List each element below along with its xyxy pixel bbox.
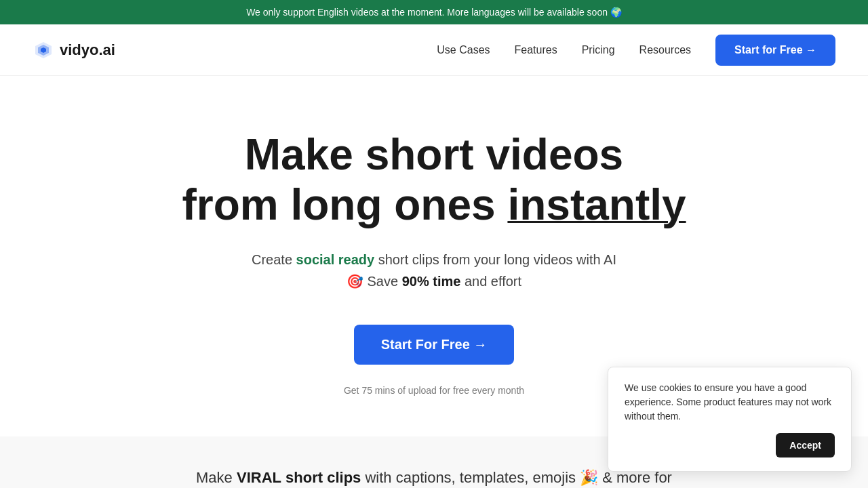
nav-links: Use Cases Features Pricing Resources Sta… [437,35,835,66]
hero-highlight-social: social ready [296,252,375,267]
hero-headline: Make short videos from long ones instant… [33,130,835,230]
hero-headline-line1: Make short videos [245,130,623,179]
nav-features[interactable]: Features [515,44,557,56]
hero-highlight-time: 90% time [402,274,461,289]
nav-use-cases[interactable]: Use Cases [437,44,490,56]
platforms-headline: Make VIRAL short clips with captions, te… [33,469,835,487]
cookie-banner: We use cookies to ensure you have a good… [608,367,852,472]
logo-text: vidyo.ai [60,41,115,59]
hero-start-free-button[interactable]: Start For Free → [354,325,515,365]
hero-headline-line2-pre: from long ones [182,180,507,229]
hero-subtext-post: and effort [460,274,521,289]
short-clips-text: short clips [285,469,361,486]
hero-subtext-pre: Create [252,252,296,267]
viral-text: VIRAL [237,469,281,486]
logo-link[interactable]: vidyo.ai [33,39,115,61]
logo-icon [33,39,54,61]
nav-start-free-button[interactable]: Start for Free → [715,35,835,66]
banner-text: We only support English videos at the mo… [246,7,622,18]
navbar: vidyo.ai Use Cases Features Pricing Reso… [0,24,868,76]
cookie-text: We use cookies to ensure you have a good… [625,381,835,424]
cookie-accept-button[interactable]: Accept [776,433,835,458]
nav-pricing[interactable]: Pricing [582,44,615,56]
nav-resources[interactable]: Resources [639,44,691,56]
hero-headline-instantly: instantly [507,180,686,229]
hero-subtext: Create social ready short clips from you… [244,249,624,292]
top-banner: We only support English videos at the mo… [0,0,868,24]
